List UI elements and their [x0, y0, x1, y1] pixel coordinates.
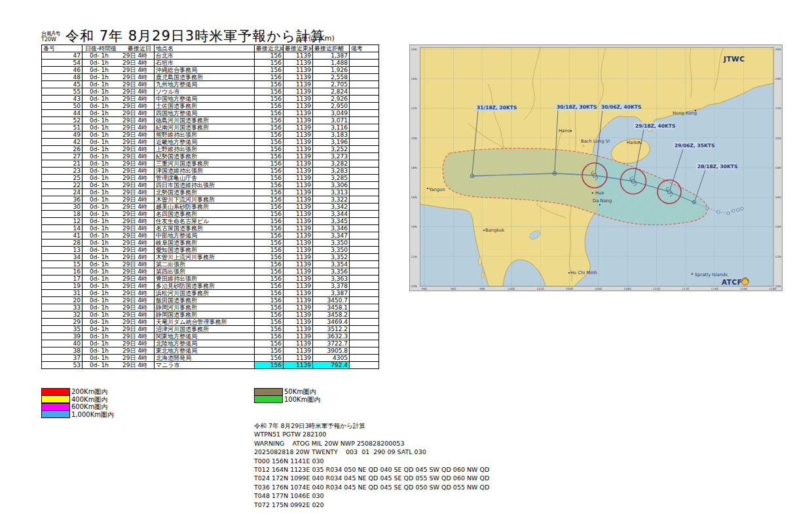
cell-dist: 3,347: [313, 232, 350, 239]
cell-no: 17: [42, 275, 83, 283]
cell-dist: 3,283: [313, 168, 350, 175]
legend-item: 400Km圏内: [41, 396, 114, 404]
island: [481, 272, 484, 278]
table-row: 500d- 1h29日 4時土佐国道事務所15611392,950: [42, 103, 379, 110]
cell-lon: 1139: [284, 218, 313, 225]
header-place: 地点名: [155, 45, 255, 52]
cell-dist: 3,313: [313, 189, 350, 196]
cell-no: 35: [42, 326, 83, 333]
lat-label: 14N: [411, 225, 417, 228]
cell-no: 33: [42, 304, 83, 311]
cell-lon: 1139: [284, 261, 313, 268]
cell-dist: 3,049: [313, 110, 350, 117]
cell-note: [350, 254, 379, 261]
cell-lat: 156: [255, 218, 284, 225]
cell-no: 52: [42, 117, 83, 124]
cell-note: [350, 168, 379, 175]
legend-item: 50Km圏内: [254, 388, 320, 396]
cell-no: 40: [42, 340, 83, 347]
cell-place: 北陸地方整備局: [155, 340, 255, 347]
cell-lat: 156: [255, 67, 284, 74]
city-dot: [692, 274, 693, 275]
cell-lat: 156: [255, 347, 284, 355]
warning-text-block: 令和 7年 8月29日3時米軍予報から計算WTPN51 PGTW 282100W…: [254, 421, 489, 509]
cell-dist: 3,116: [313, 124, 350, 132]
cell-when: 0d- 1h29日 4時: [83, 254, 155, 261]
cell-dist: 3458.1: [313, 304, 350, 311]
table-row: 170d- 1h29日 4時豊田維持出張所15611393,363: [42, 275, 379, 283]
cell-dist: 3458.2: [313, 311, 350, 319]
cell-note: [350, 103, 379, 110]
cell-lon: 1139: [284, 96, 313, 103]
cell-when: 0d- 1h29日 4時: [83, 96, 155, 103]
cell-no: 30: [42, 204, 83, 211]
cell-no: 26: [42, 146, 83, 153]
cell-no: 42: [42, 139, 83, 146]
table-row: 210d- 1h29日 4時三重河川国道事務所15611393,282: [42, 160, 379, 168]
lon-label: 102E: [537, 287, 545, 291]
cell-lon: 1139: [284, 362, 313, 369]
city-label: Ho Chi Minh: [570, 270, 597, 275]
cell-lat: 156: [255, 103, 284, 110]
cell-when: 0d- 1h29日 4時: [83, 132, 155, 139]
cell-lat: 156: [255, 117, 284, 124]
atcf-label: ATCF: [722, 278, 742, 286]
cell-lon: 1139: [284, 196, 313, 204]
lon-label: 118E: [769, 287, 777, 291]
table-row: 240d- 1h29日 4時北勢国道事務所15611393,313: [42, 189, 379, 196]
table-row: 390d- 1h29日 4時関東地方整備局15611393632.3: [42, 333, 379, 340]
lat-label: 26N: [775, 48, 781, 51]
cell-when: 0d- 1h29日 4時: [83, 225, 155, 232]
cell-place: 越美山系砂防事務所: [155, 204, 255, 211]
table-row: 340d- 1h29日 4時木曽川上流河川事務所15611393,352: [42, 254, 379, 261]
cell-when: 0d- 1h29日 4時: [83, 355, 155, 362]
city-label: Yangon: [428, 187, 445, 192]
lon-label: 112E: [682, 287, 690, 291]
cell-when: 0d- 1h29日 4時: [83, 362, 155, 369]
table-row: 160d- 1h29日 4時第四出張所15611393,356: [42, 268, 379, 275]
cell-lat: 156: [255, 110, 284, 117]
cell-lat: 156: [255, 355, 284, 362]
forecast-label: 29/06Z, 35KTS: [674, 143, 714, 149]
cell-dist: 3905.8: [313, 347, 350, 355]
cell-note: [350, 60, 379, 67]
cell-lat: 156: [255, 132, 284, 139]
table-row: 470d- 1h29日 4時台北市15611391,387: [42, 52, 379, 60]
cell-note: [350, 347, 379, 355]
table-row: 200d- 1h29日 4時飯田国道事務所15611393450.7: [42, 297, 379, 304]
cell-lon: 1139: [284, 189, 313, 196]
table-row: 460d- 1h29日 4時沖縄総合事務局15611391,926: [42, 67, 379, 74]
legend-label: 1,000Km圏内: [71, 411, 114, 419]
table-row: 400d- 1h29日 4時北陸地方整備局15611393722.7: [42, 340, 379, 347]
cell-note: [350, 67, 379, 74]
cell-when: 0d- 1h29日 4時: [83, 88, 155, 96]
cell-when: 0d- 1h29日 4時: [83, 74, 155, 81]
forecast-label: 29/18Z, 40KTS: [635, 123, 675, 129]
legend-small-rings: 50Km圏内100Km圏内: [254, 388, 320, 403]
lon-label: 106E: [595, 287, 602, 291]
forecast-label: 30/06Z, 40KTS: [601, 104, 641, 110]
table-row: 130d- 1h29日 4時愛知国道事務所15611393,350: [42, 247, 379, 254]
warning-text-line: T024 172N 1099E 040 R034 045 NE QD 045 S…: [254, 474, 489, 482]
cell-place: 上野維持出張所: [155, 146, 255, 153]
cell-note: [350, 275, 379, 283]
cell-place: 浜松河川国道事務所: [155, 290, 255, 297]
cell-lon: 1139: [284, 146, 313, 153]
table-row: 330d- 1h29日 4時静岡河川事務所15611393458.1: [42, 304, 379, 311]
cell-lat: 156: [255, 261, 284, 268]
warning-text-line: WTPN51 PGTW 282100: [254, 430, 489, 438]
cell-place: 紀南河川国道事務所: [155, 124, 255, 132]
cell-lat: 156: [255, 196, 284, 204]
cell-lon: 1139: [284, 326, 313, 333]
cell-dist: 3,350: [313, 247, 350, 254]
table-row: 380d- 1h29日 4時東北地方整備局15611393905.8: [42, 347, 379, 355]
cell-place: 関東地方整備局: [155, 333, 255, 340]
cell-lat: 156: [255, 268, 284, 275]
lon-label: 96E: [451, 287, 456, 291]
cell-note: [350, 362, 379, 369]
legend-swatch: [41, 403, 70, 411]
cell-lat: 156: [255, 74, 284, 81]
spratly-islet: [692, 272, 693, 274]
cell-note: [350, 110, 379, 117]
legend-item: 200Km圏内: [41, 388, 114, 396]
